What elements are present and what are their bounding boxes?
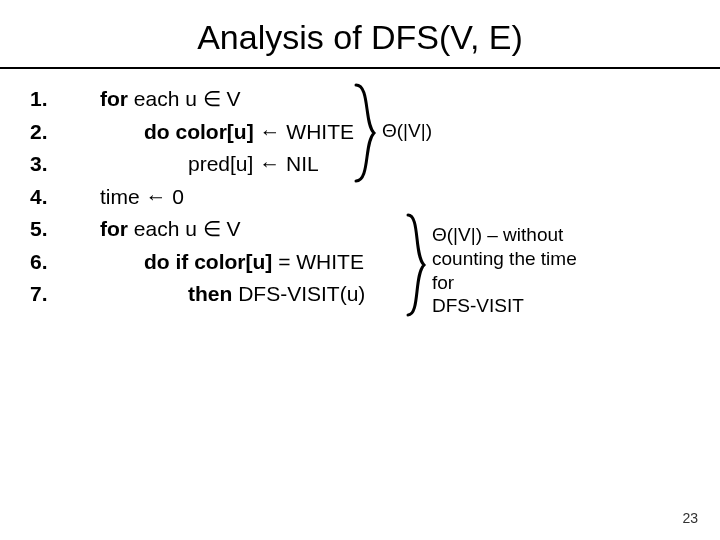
code-line: 7.then DFS-VISIT(u)	[30, 278, 690, 311]
line-number: 1.	[30, 83, 100, 116]
annotation-theta-v-2: Θ(|V|) – without counting the time for D…	[432, 223, 577, 318]
annotation-theta-v-1: Θ(|V|)	[382, 119, 432, 143]
pseudocode-body: 1.for each u ∈ V2.do color[u] ← WHITE3.p…	[0, 83, 720, 311]
code-line: 1.for each u ∈ V	[30, 83, 690, 116]
page-number: 23	[682, 510, 698, 526]
code-line: 3.pred[u] ← NIL	[30, 148, 690, 181]
code-text: pred[u] ← NIL	[100, 148, 319, 181]
line-number: 2.	[30, 116, 100, 149]
annot2-line: DFS-VISIT	[432, 294, 577, 318]
line-number: 3.	[30, 148, 100, 181]
line-number: 6.	[30, 246, 100, 279]
code-text: for each u ∈ V	[100, 213, 241, 246]
annot2-line: for	[432, 271, 577, 295]
code-text: then DFS-VISIT(u)	[100, 278, 365, 311]
line-number: 5.	[30, 213, 100, 246]
code-line: 5.for each u ∈ V	[30, 213, 690, 246]
title-rule	[0, 67, 720, 69]
code-line: 2.do color[u] ← WHITE	[30, 116, 690, 149]
code-text: do color[u] ← WHITE	[100, 116, 354, 149]
line-number: 4.	[30, 181, 100, 214]
code-line: 6.do if color[u] = WHITE	[30, 246, 690, 279]
annot2-line: counting the time	[432, 247, 577, 271]
code-line: 4.time ← 0	[30, 181, 690, 214]
code-text: do if color[u] = WHITE	[100, 246, 364, 279]
line-number: 7.	[30, 278, 100, 311]
slide-title: Analysis of DFS(V, E)	[0, 0, 720, 67]
code-text: time ← 0	[100, 181, 184, 214]
code-text: for each u ∈ V	[100, 83, 241, 116]
annot2-line: Θ(|V|) – without	[432, 223, 577, 247]
